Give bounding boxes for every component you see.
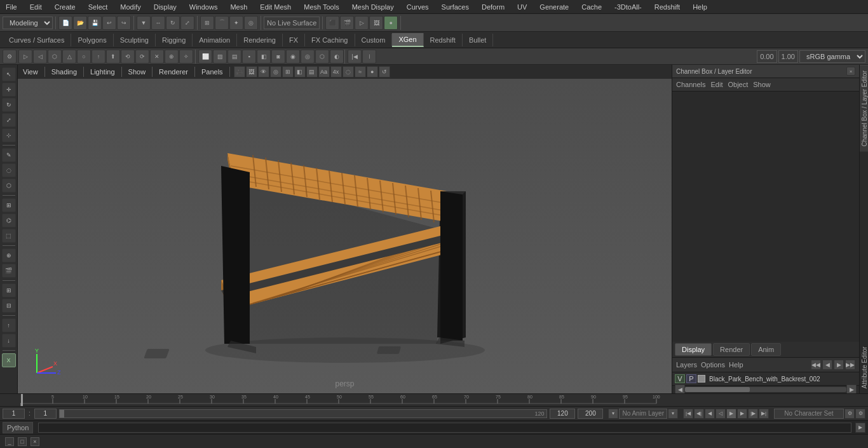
layer-arrow-3[interactable]: ▶ (834, 360, 844, 370)
menu-redshift[interactable]: Redshift (651, 2, 683, 12)
tab-xgen[interactable]: XGen (392, 33, 423, 47)
attribute-editor-side-tab[interactable]: Attribute Editor (860, 152, 868, 393)
layer-arrow-1[interactable]: ◀◀ (811, 360, 821, 370)
rotate-tool-lt[interactable]: ↻ (2, 98, 16, 112)
move-tool-btn[interactable]: ↔ (151, 16, 165, 30)
vp-renderer-menu[interactable]: Renderer (156, 67, 191, 77)
snap-tool[interactable]: ⊞ (2, 198, 16, 212)
tool-icon-2[interactable]: ◁ (33, 50, 47, 64)
menu-mesh-display[interactable]: Mesh Display (349, 2, 397, 12)
render-settings-btn[interactable]: 🎬 (340, 16, 354, 30)
layers-help[interactable]: Help (729, 361, 743, 369)
menu-generate[interactable]: Generate (536, 2, 572, 12)
vp-shading-10[interactable]: ◐ (330, 50, 344, 64)
layers-options[interactable]: Options (701, 361, 725, 369)
layer-arrow-2[interactable]: ◀ (822, 360, 832, 370)
tab-rendering[interactable]: Rendering (237, 34, 283, 46)
tab-display[interactable]: Display (675, 343, 712, 356)
vp-icon-ssao[interactable]: ● (367, 66, 378, 78)
cb-show[interactable]: Show (753, 81, 771, 88)
lasso-tool[interactable]: ⌬ (2, 214, 16, 227)
tab-render[interactable]: Render (713, 343, 750, 356)
vp-panels-menu[interactable]: Panels (199, 67, 226, 77)
menu-mesh[interactable]: Mesh (227, 2, 250, 12)
last-frame-btn[interactable]: ▶| (759, 409, 769, 419)
layer-v-label[interactable]: V (675, 374, 685, 383)
marquee-tool[interactable]: ⬚ (2, 229, 16, 243)
range-max-input[interactable] (578, 409, 603, 419)
tool-icon-10[interactable]: ✕ (150, 50, 164, 64)
scroll-track[interactable] (685, 387, 846, 392)
select-tool-lt[interactable]: ↖ (2, 67, 16, 81)
snap-point-btn[interactable]: ✦ (229, 16, 243, 30)
python-tab[interactable]: Python (3, 422, 33, 433)
tool-icon-4[interactable]: △ (62, 50, 76, 64)
tool-arrow-dn[interactable]: ↓ (2, 334, 16, 348)
vp-extra-1[interactable]: |◀ (348, 50, 362, 64)
save-file-btn[interactable]: 💾 (88, 16, 102, 30)
vp-icon-mo[interactable]: ≈ (355, 66, 366, 78)
menu-display[interactable]: Display (151, 2, 180, 12)
undo-btn[interactable]: ↩ (102, 16, 116, 30)
vp-icon-dof[interactable]: ◌ (342, 66, 354, 78)
layer-p-label[interactable]: P (686, 374, 696, 383)
tab-curves-surfaces[interactable]: Curves / Surfaces (3, 34, 71, 46)
vp-shading-3[interactable]: ▤ (227, 50, 241, 64)
vp-icon-reload[interactable]: ↺ (379, 66, 390, 78)
vp-shading-5[interactable]: ◧ (257, 50, 271, 64)
viewport[interactable]: View Shading Lighting Show Renderer Pane… (18, 65, 672, 393)
menu-select[interactable]: Select (85, 2, 111, 12)
render-view-btn[interactable]: 🖼 (369, 16, 383, 30)
vp-shading-2[interactable]: ▨ (213, 50, 227, 64)
win-minimize-btn[interactable]: _ (5, 437, 14, 446)
cb-channels[interactable]: Channels (676, 81, 705, 88)
tool-arrow-up[interactable]: ↑ (2, 318, 16, 332)
sculpt-tool[interactable]: ⬡ (2, 179, 16, 193)
move-tool-lt[interactable]: ✛ (2, 83, 16, 97)
tab-bullet[interactable]: Bullet (463, 34, 494, 46)
tab-redshift[interactable]: Redshift (424, 34, 463, 46)
menu-surfaces[interactable]: Surfaces (438, 2, 472, 12)
scroll-left-btn[interactable]: ◀ (675, 384, 685, 393)
snap-grid-btn[interactable]: ⊞ (200, 16, 214, 30)
tool-icon-6[interactable]: ↑ (92, 50, 105, 64)
vp-icon-grid[interactable]: ⊞ (282, 66, 294, 78)
tab-custom[interactable]: Custom (355, 34, 393, 46)
vp-shading-1[interactable]: ⬜ (198, 50, 212, 64)
anim-layer-options[interactable]: ▾ (668, 409, 678, 419)
vp-show-menu[interactable]: Show (126, 67, 149, 77)
vp-icon-eye[interactable]: 👁 (258, 66, 269, 78)
redo-btn[interactable]: ↪ (117, 16, 131, 30)
open-file-btn[interactable]: 📂 (73, 16, 87, 30)
menu-deform[interactable]: Deform (478, 2, 508, 12)
vp-icon-solo[interactable]: ◎ (270, 66, 281, 78)
plus-grid[interactable]: ⊞ (2, 283, 16, 297)
python-run-btn[interactable]: ▶ (855, 423, 865, 433)
vp-view-menu[interactable]: View (20, 67, 41, 77)
next-key-btn[interactable]: |▶ (748, 409, 758, 419)
step-back-btn[interactable]: ◀ (705, 409, 715, 419)
vp-icon-shad[interactable]: ◧ (294, 66, 306, 78)
vp-shading-6[interactable]: ◙ (271, 50, 285, 64)
material-btn[interactable]: ● (384, 16, 398, 30)
vp-shading-8[interactable]: ◎ (301, 50, 315, 64)
tool-icon-7[interactable]: ⬆ (106, 50, 120, 64)
menu-help[interactable]: Help (689, 2, 710, 12)
tool-icon-12[interactable]: ✧ (179, 50, 193, 64)
frame-range-bar[interactable]: 120 (59, 409, 548, 418)
new-file-btn[interactable]: 📄 (58, 16, 72, 30)
cb-close-btn[interactable]: × (846, 67, 855, 76)
vp-icon-img[interactable]: 🖼 (246, 66, 257, 78)
menu-modify[interactable]: Modify (117, 2, 144, 12)
render-btn[interactable]: ⬛ (325, 16, 339, 30)
play-fwd-btn[interactable]: ▶ (726, 409, 736, 419)
layers-label[interactable]: Layers (676, 361, 697, 369)
tool-icon-11[interactable]: ⊕ (165, 50, 179, 64)
vp-icon-aa[interactable]: Aa (318, 66, 330, 78)
menu-create[interactable]: Create (51, 2, 79, 12)
char-set-btn2[interactable]: ⚙ (855, 409, 865, 419)
scale-tool-btn[interactable]: ⤢ (180, 16, 194, 30)
tool-icon-5[interactable]: ○ (77, 50, 91, 64)
render-tool-lt[interactable]: 🎬 (2, 264, 16, 278)
paint-tool[interactable]: ✎ (2, 148, 16, 162)
